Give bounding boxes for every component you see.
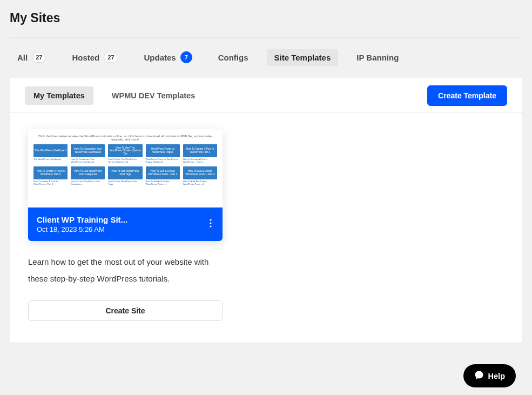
subtab-wpmu-dev[interactable]: WPMU DEV Templates xyxy=(103,86,204,105)
panel-body: Click the links below to view the WordPr… xyxy=(10,113,522,343)
thumb-tile-sub: The WordPress Dashboard xyxy=(33,158,68,161)
help-button-label: Help xyxy=(488,372,505,380)
thumb-tile-sub: How To Customize Your WordPress Dashboar… xyxy=(71,158,105,163)
tab-all-label: All xyxy=(17,53,28,62)
chat-icon xyxy=(474,370,484,381)
thumb-tile: How To Use The WordPress Screen Options … xyxy=(108,144,142,163)
tab-all-count: 27 xyxy=(32,52,46,63)
thumb-tile-sub: How To Use WordPress Post Categories xyxy=(71,180,105,185)
thumb-tile: How To Create A Post In WordPress Part 1… xyxy=(183,144,217,163)
thumb-tile: How To Customize Your WordPress Dashboar… xyxy=(71,144,105,163)
tab-site-templates-label: Site Templates xyxy=(274,53,331,62)
thumb-tile: How To Edit & Delete WordPress Posts - P… xyxy=(146,166,180,185)
thumb-tile-title: How To Edit & Delete WordPress Posts - P… xyxy=(146,166,180,179)
svg-point-2 xyxy=(210,225,211,227)
template-thumb-wrap: Click the links below to view the WordPr… xyxy=(28,129,223,241)
thumb-tile-title: How To Create A Post In WordPress Part 2 xyxy=(33,166,68,179)
thumb-tile: How To Create A Post In WordPress Part 2… xyxy=(33,166,68,185)
templates-panel: My Templates WPMU DEV Templates Create T… xyxy=(10,78,522,343)
thumb-tile-title: How To Create A Post In WordPress Part 1 xyxy=(183,144,217,157)
thumb-tile: How To Use WordPress Post CategoriesHow … xyxy=(71,166,105,185)
thumb-tile-title: How To Edit & Delete WordPress Posts - P… xyxy=(183,166,217,179)
thumb-caption: Click the links below to view the WordPr… xyxy=(33,135,217,141)
tab-updates-count: 7 xyxy=(180,51,192,63)
thumb-grid: The WordPress DashboardThe WordPress Das… xyxy=(33,144,217,185)
more-options-icon[interactable] xyxy=(207,217,214,232)
thumb-tile-sub: How To Edit And Delete WordPress Posts –… xyxy=(183,180,217,185)
tab-updates-label: Updates xyxy=(144,53,176,62)
tab-hosted[interactable]: Hosted 27 xyxy=(64,48,125,66)
template-title-block: Client WP Training Sit... Oct 18, 2023 5… xyxy=(37,215,127,233)
tab-all[interactable]: All 27 xyxy=(10,48,53,66)
thumb-tile-title: The WordPress Dashboard xyxy=(33,144,68,157)
thumb-tile: WordPress Posts vs WordPress PagesWordPr… xyxy=(146,144,180,163)
thumb-tile-title: How To Customize Your WordPress Dashboar… xyxy=(71,144,105,157)
template-thumbnail: Click the links below to view the WordPr… xyxy=(28,129,223,207)
thumb-tile-title: How To Use WordPress Post Tags xyxy=(108,166,142,179)
subtab-my-templates[interactable]: My Templates xyxy=(25,86,93,105)
create-template-button[interactable]: Create Template xyxy=(427,85,507,106)
tab-site-templates[interactable]: Site Templates xyxy=(267,49,339,66)
template-title: Client WP Training Sit... xyxy=(37,215,127,224)
tab-hosted-count: 27 xyxy=(104,52,118,63)
thumb-tile-title: How To Use The WordPress Screen Options … xyxy=(108,144,142,157)
main-tabs: All 27 Hosted 27 Updates 7 Configs Site … xyxy=(10,38,522,78)
thumb-tile: How To Edit & Delete WordPress Posts - P… xyxy=(183,166,217,185)
thumb-tile-title: How To Use WordPress Post Categories xyxy=(71,166,105,179)
thumb-tile: How To Use WordPress Post TagsHow To Use… xyxy=(108,166,142,185)
tab-ip-banning[interactable]: IP Banning xyxy=(349,49,406,66)
panel-head: My Templates WPMU DEV Templates Create T… xyxy=(10,78,522,113)
template-card: Click the links below to view the WordPr… xyxy=(28,129,223,321)
tab-ip-banning-label: IP Banning xyxy=(356,53,399,62)
thumb-tile-sub: How To Create A Post In WordPress – Part… xyxy=(183,158,217,163)
help-button[interactable]: Help xyxy=(463,364,516,387)
tab-hosted-label: Hosted xyxy=(72,53,99,62)
thumb-tile-sub: How To Create A Post In WordPress – Part… xyxy=(33,180,68,185)
svg-point-1 xyxy=(210,222,211,224)
template-date: Oct 18, 2023 5:26 AM xyxy=(37,225,127,233)
tab-configs-label: Configs xyxy=(218,53,248,62)
svg-point-0 xyxy=(210,219,211,220)
subtabs: My Templates WPMU DEV Templates xyxy=(25,86,204,105)
thumb-tile-sub: How To Use WordPress Post Tags xyxy=(108,180,142,185)
tab-configs[interactable]: Configs xyxy=(211,49,256,66)
thumb-tile-sub: WordPress Posts vs WordPress Pages Expla… xyxy=(146,158,180,163)
thumb-tile-sub: How To Use The WordPress Screen Options … xyxy=(108,158,142,163)
thumb-tile: The WordPress DashboardThe WordPress Das… xyxy=(33,144,68,163)
thumb-tile-title: WordPress Posts vs WordPress Pages xyxy=(146,144,180,157)
create-site-button[interactable]: Create Site xyxy=(28,300,223,321)
tab-updates[interactable]: Updates 7 xyxy=(137,48,200,67)
thumb-tile-sub: How To Edit And Delete WordPress Posts –… xyxy=(146,180,180,185)
template-description: Learn how to get the most out of your we… xyxy=(28,254,223,287)
page-title: My Sites xyxy=(10,11,522,38)
template-title-bar: Client WP Training Sit... Oct 18, 2023 5… xyxy=(28,207,223,241)
